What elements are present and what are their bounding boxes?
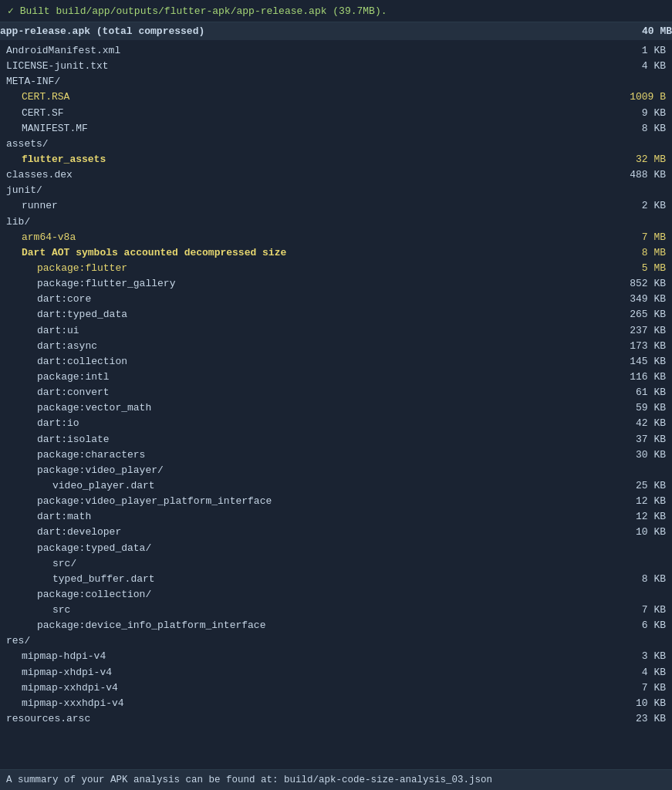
table-row: dart:convert61 KB (6, 385, 666, 400)
table-row: dart:isolate37 KB (6, 432, 666, 447)
file-size (604, 183, 666, 198)
table-row: package:flutter_gallery852 KB (6, 276, 666, 292)
table-row: runner2 KB (6, 198, 666, 214)
table-row: dart:core349 KB (6, 292, 666, 307)
table-row: resources.arsc23 KB (6, 711, 666, 727)
table-row: classes.dex488 KB (6, 167, 666, 183)
table-row: MANIFEST.MF8 KB (6, 121, 666, 137)
file-size: 8 KB (604, 121, 666, 137)
file-name: src (6, 603, 70, 618)
table-row: dart:math12 KB (6, 509, 666, 525)
table-row: dart:async173 KB (6, 339, 666, 354)
table-row: package:intl116 KB (6, 370, 666, 385)
table-row: res/ (6, 633, 666, 649)
file-size: 1009 B (604, 89, 666, 105)
file-size: 145 KB (604, 354, 666, 370)
file-size: 852 KB (604, 276, 666, 292)
build-message-text: ✓ Built build/app/outputs/flutter-apk/ap… (8, 5, 387, 17)
file-name: mipmap-xxhdpi-v4 (6, 680, 118, 696)
file-name: mipmap-xhdpi-v4 (6, 665, 112, 680)
file-name: dart:io (6, 416, 79, 431)
file-size (604, 541, 666, 556)
file-size: 5 MB (604, 261, 666, 276)
file-size: 3 KB (604, 649, 666, 664)
file-size: 12 KB (604, 494, 666, 509)
table-row: src7 KB (6, 603, 666, 618)
file-name: MANIFEST.MF (6, 121, 88, 137)
file-name: dart:typed_data (6, 307, 127, 322)
file-name: dart:async (6, 339, 97, 354)
file-list: AndroidManifest.xml1 KBLICENSE-junit.txt… (0, 40, 672, 769)
total-row: app-release.apk (total compressed) 40 MB (0, 22, 672, 40)
file-size: 4 KB (604, 59, 666, 74)
file-name: flutter_assets (6, 152, 106, 167)
file-name: AndroidManifest.xml (6, 43, 120, 59)
file-size: 2 KB (604, 198, 666, 214)
file-name: Dart AOT symbols accounted decompressed … (6, 245, 286, 261)
summary-text: A summary of your APK analysis can be fo… (6, 775, 492, 785)
file-name: package:typed_data/ (6, 541, 151, 556)
file-size: 349 KB (604, 292, 666, 307)
table-row: CERT.SF9 KB (6, 106, 666, 121)
file-size: 488 KB (604, 167, 666, 183)
file-size: 30 KB (604, 447, 666, 463)
file-name: CERT.SF (6, 106, 64, 121)
file-name: package:vector_math (6, 400, 151, 416)
file-size: 1 KB (604, 43, 666, 59)
table-row: video_player.dart25 KB (6, 478, 666, 494)
table-row: package:video_player/ (6, 463, 666, 478)
file-size (604, 137, 666, 152)
file-name: src/ (6, 556, 76, 572)
file-name: CERT.RSA (6, 89, 69, 105)
file-size (604, 74, 666, 89)
file-name: package:flutter_gallery (6, 276, 175, 292)
file-size: 4 KB (604, 665, 666, 680)
table-row: arm64-v8a7 MB (6, 230, 666, 245)
file-name: res/ (6, 633, 30, 649)
file-size: 7 KB (604, 680, 666, 696)
table-row: dart:collection145 KB (6, 354, 666, 370)
file-name: mipmap-hdpi-v4 (6, 649, 106, 664)
table-row: src/ (6, 556, 666, 572)
table-row: mipmap-xxhdpi-v47 KB (6, 680, 666, 696)
file-name: junit/ (6, 183, 42, 198)
file-size: 237 KB (604, 323, 666, 339)
file-name: classes.dex (6, 167, 73, 183)
table-row: package:flutter5 MB (6, 261, 666, 276)
table-row: mipmap-xhdpi-v44 KB (6, 665, 666, 680)
file-name: package:intl (6, 370, 110, 385)
build-message: ✓ Built build/app/outputs/flutter-apk/ap… (0, 0, 672, 22)
table-row: LICENSE-junit.txt4 KB (6, 59, 666, 74)
file-size: 116 KB (604, 370, 666, 385)
file-name: package:flutter (6, 261, 127, 276)
file-size (604, 556, 666, 572)
table-row: mipmap-hdpi-v43 KB (6, 649, 666, 664)
file-name: LICENSE-junit.txt (6, 59, 109, 74)
total-label: app-release.apk (total compressed) (0, 25, 204, 37)
file-name: dart:core (6, 292, 91, 307)
table-row: dart:typed_data265 KB (6, 307, 666, 322)
table-row: package:video_player_platform_interface1… (6, 494, 666, 509)
table-row: junit/ (6, 183, 666, 198)
file-name: arm64-v8a (6, 230, 76, 245)
file-size: 59 KB (604, 400, 666, 416)
table-row: package:vector_math59 KB (6, 400, 666, 416)
table-row: dart:io42 KB (6, 416, 666, 431)
table-row: dart:developer10 KB (6, 525, 666, 540)
file-name: lib/ (6, 214, 30, 230)
file-size: 10 KB (604, 525, 666, 540)
file-name: dart:isolate (6, 432, 110, 447)
file-name: package:collection/ (6, 587, 151, 603)
table-row: package:device_info_platform_interface6 … (6, 618, 666, 633)
table-row: flutter_assets32 MB (6, 152, 666, 167)
file-name: mipmap-xxxhdpi-v4 (6, 696, 124, 711)
file-size: 7 MB (604, 230, 666, 245)
file-size: 32 MB (604, 152, 666, 167)
table-row: package:characters30 KB (6, 447, 666, 463)
file-size (604, 214, 666, 230)
file-name: assets/ (6, 137, 49, 152)
file-name: dart:developer (6, 525, 121, 540)
file-name: resources.arsc (6, 711, 90, 727)
file-name: package:characters (6, 447, 145, 463)
file-size: 8 MB (604, 245, 666, 261)
